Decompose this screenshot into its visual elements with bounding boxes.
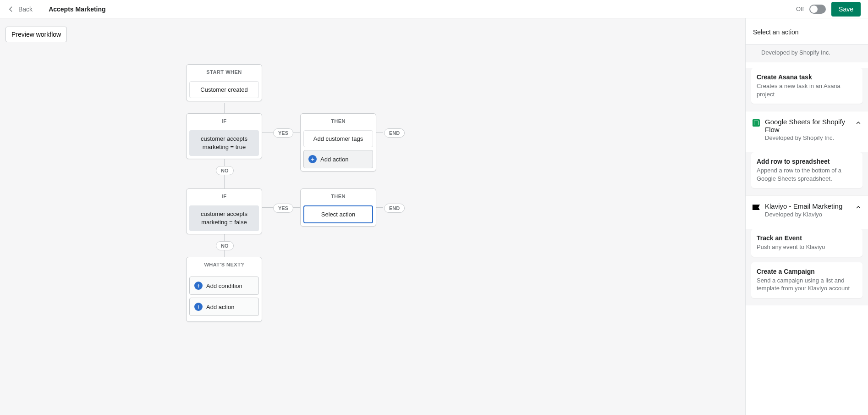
node-then-1[interactable]: Then Add customer tags + Add action: [300, 113, 376, 172]
label-end-2: End: [384, 204, 405, 213]
select-action-button[interactable]: Select action: [303, 205, 373, 223]
action-title: Track an Event: [757, 234, 857, 242]
add-condition-label: Add condition: [206, 282, 242, 289]
label-end-1: End: [384, 128, 405, 138]
node-body: Add customer tags + Add action: [301, 127, 376, 171]
workflow-canvas[interactable]: Preview workflow Start When Customer cre…: [0, 18, 745, 415]
group-title: Google Sheets for Shopify Flow: [765, 118, 851, 133]
action-desc: Creates a new task in an Asana project: [757, 82, 857, 98]
toggle-knob: [810, 6, 818, 13]
arrow-left-icon: [7, 6, 15, 13]
node-start[interactable]: Start When Customer created: [186, 64, 262, 101]
action-create-campaign[interactable]: Create a Campaign Send a campaign using …: [751, 262, 863, 298]
node-body: + Add condition + Add action: [187, 271, 262, 321]
action-add-row-spreadsheet[interactable]: Add row to spreadsheet Append a row to t…: [751, 152, 863, 188]
node-header-if: If: [187, 189, 262, 203]
node-if-2[interactable]: If customer accepts marketing = false: [186, 188, 262, 234]
klaviyo-icon: [752, 203, 760, 211]
group-google-sheets[interactable]: Google Sheets for Shopify Flow Developed…: [746, 111, 868, 147]
node-if-1[interactable]: If customer accepts marketing = true: [186, 113, 262, 159]
action-desc: Append a row to the bottom of a Google S…: [757, 166, 857, 183]
google-sheets-icon: [752, 119, 760, 127]
connector: [224, 103, 225, 113]
action-track-event[interactable]: Track an Event Push any event to Klaviyo: [751, 229, 863, 257]
developed-by-shopify-top: Developed by Shopify Inc.: [746, 44, 868, 62]
node-header-if: If: [187, 114, 262, 127]
condition-accepts-marketing-true[interactable]: customer accepts marketing = true: [189, 130, 259, 156]
plus-icon: +: [194, 303, 203, 311]
label-no-1: No: [216, 166, 234, 175]
back-button[interactable]: Back: [7, 0, 41, 18]
node-then-2[interactable]: Then Select action: [300, 188, 376, 227]
toggle-off-label: Off: [796, 6, 804, 12]
preview-workflow-button[interactable]: Preview workflow: [5, 27, 67, 42]
group-title-wrap: Google Sheets for Shopify Flow Developed…: [765, 118, 851, 141]
group-section: Create Asana task Creates a new task in …: [746, 68, 868, 111]
connector: [376, 132, 383, 133]
group-dev: Developed by Shopify Inc.: [765, 134, 851, 141]
node-header-start: Start When: [187, 65, 262, 78]
node-body: customer accepts marketing = false: [187, 203, 262, 234]
action-title: Add row to spreadsheet: [757, 158, 857, 165]
topbar: Back Accepts Marketing Off Save: [0, 0, 868, 18]
main: Preview workflow Start When Customer cre…: [0, 18, 868, 415]
status-toggle[interactable]: [809, 5, 826, 14]
action-create-asana-task[interactable]: Create Asana task Creates a new task in …: [751, 68, 863, 104]
topbar-left: Back Accepts Marketing: [7, 0, 106, 18]
add-action-button-1[interactable]: + Add action: [303, 150, 373, 168]
label-no-2: No: [216, 241, 234, 250]
group-section: Add row to spreadsheet Append a row to t…: [746, 152, 868, 195]
label-yes-2: Yes: [273, 204, 293, 213]
sidebar-header: Select an action: [746, 18, 868, 44]
plus-icon: +: [308, 155, 317, 163]
chevron-up-icon: [855, 204, 862, 210]
add-condition-button[interactable]: + Add condition: [189, 277, 259, 295]
trigger-customer-created[interactable]: Customer created: [189, 81, 259, 98]
plus-icon: +: [194, 282, 203, 290]
action-add-customer-tags[interactable]: Add customer tags: [303, 130, 373, 147]
condition-accepts-marketing-false[interactable]: customer accepts marketing = false: [189, 205, 259, 231]
node-header-then: Then: [301, 114, 376, 127]
group-section: Track an Event Push any event to Klaviyo…: [746, 229, 868, 305]
chevron-up-icon: [855, 120, 862, 126]
label-yes-1: Yes: [273, 128, 293, 138]
node-whats-next[interactable]: What's Next? + Add condition + Add actio…: [186, 257, 262, 322]
page-title: Accepts Marketing: [49, 6, 105, 13]
group-title: Klaviyo - Email Marketing: [765, 202, 851, 210]
node-body: Select action: [301, 203, 376, 226]
action-desc: Send a campaign using a list and templat…: [757, 277, 857, 293]
node-header-whats-next: What's Next?: [187, 257, 262, 271]
connector: [376, 207, 383, 208]
node-body: Customer created: [187, 78, 262, 101]
node-header-then: Then: [301, 189, 376, 203]
action-sidebar: Select an action Developed by Shopify In…: [745, 18, 868, 415]
node-body: customer accepts marketing = true: [187, 127, 262, 159]
action-title: Create a Campaign: [757, 268, 857, 275]
action-title: Create Asana task: [757, 73, 857, 81]
add-action-button-2[interactable]: + Add action: [189, 298, 259, 316]
topbar-right: Off Save: [796, 2, 861, 17]
save-button[interactable]: Save: [831, 2, 861, 17]
back-label: Back: [18, 6, 33, 13]
group-title-wrap: Klaviyo - Email Marketing Developed by K…: [765, 202, 851, 218]
action-desc: Push any event to Klaviyo: [757, 243, 857, 251]
group-klaviyo[interactable]: Klaviyo - Email Marketing Developed by K…: [746, 195, 868, 223]
add-action-label: Add action: [320, 156, 348, 163]
add-action-label: Add action: [206, 304, 234, 310]
group-dev: Developed by Klaviyo: [765, 211, 851, 218]
